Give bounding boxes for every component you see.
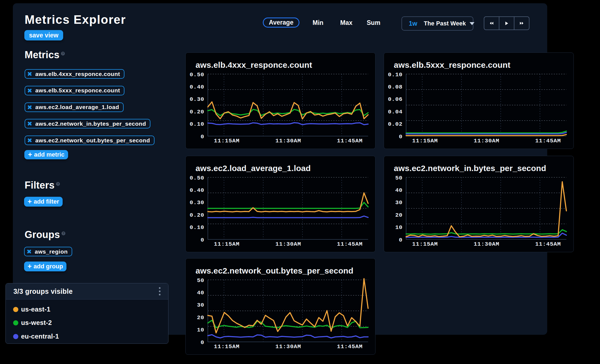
- svg-text:50: 50: [197, 277, 204, 284]
- svg-text:0: 0: [201, 339, 204, 346]
- svg-text:11:45AM: 11:45AM: [535, 138, 561, 144]
- svg-text:0: 0: [399, 237, 403, 243]
- svg-text:11:30AM: 11:30AM: [474, 138, 499, 144]
- svg-text:11:45AM: 11:45AM: [337, 241, 363, 247]
- svg-text:0: 0: [399, 134, 403, 140]
- svg-text:11:15AM: 11:15AM: [214, 241, 240, 247]
- svg-text:0: 0: [201, 237, 204, 243]
- svg-text:0.50: 0.50: [190, 72, 204, 78]
- svg-text:0.20: 0.20: [190, 212, 204, 218]
- svg-text:aws.elb.5xxx_responce.count: aws.elb.5xxx_responce.count: [394, 60, 510, 69]
- svg-text:10: 10: [197, 327, 204, 333]
- svg-text:11:30AM: 11:30AM: [474, 241, 499, 247]
- svg-text:11:15AM: 11:15AM: [412, 138, 438, 144]
- svg-text:40: 40: [395, 187, 403, 193]
- svg-text:0.02: 0.02: [388, 121, 403, 127]
- svg-text:40: 40: [197, 290, 204, 296]
- svg-text:10: 10: [395, 224, 403, 231]
- svg-text:0.10: 0.10: [190, 224, 204, 231]
- svg-text:11:15AM: 11:15AM: [214, 138, 240, 144]
- svg-text:11:45AM: 11:45AM: [535, 241, 561, 247]
- svg-text:11:15AM: 11:15AM: [412, 241, 438, 247]
- svg-text:0.10: 0.10: [190, 121, 204, 127]
- svg-text:aws.elb.4xxx_responce.count: aws.elb.4xxx_responce.count: [196, 60, 312, 69]
- svg-text:0.10: 0.10: [388, 72, 403, 78]
- svg-text:aws.ec2.load_average_1.load: aws.ec2.load_average_1.load: [196, 164, 311, 173]
- svg-text:20: 20: [197, 315, 204, 321]
- svg-text:aws.ec2.network_in.bytes_per_s: aws.ec2.network_in.bytes_per_second: [394, 164, 546, 173]
- svg-text:11:45AM: 11:45AM: [337, 344, 363, 350]
- svg-text:0.40: 0.40: [190, 84, 204, 90]
- svg-text:0.30: 0.30: [190, 199, 204, 206]
- svg-text:11:45AM: 11:45AM: [337, 138, 363, 144]
- svg-text:0.04: 0.04: [388, 109, 403, 115]
- svg-text:50: 50: [395, 175, 403, 181]
- svg-text:30: 30: [395, 199, 403, 206]
- svg-text:0.50: 0.50: [190, 175, 204, 181]
- svg-text:30: 30: [197, 302, 204, 308]
- svg-text:11:30AM: 11:30AM: [275, 138, 301, 144]
- svg-text:0.30: 0.30: [190, 96, 204, 102]
- svg-text:11:15AM: 11:15AM: [214, 344, 240, 350]
- svg-text:0.06: 0.06: [388, 96, 403, 102]
- svg-text:20: 20: [395, 212, 403, 218]
- svg-text:aws.ec2.network_out.bytes_per_: aws.ec2.network_out.bytes_per_second: [196, 266, 353, 275]
- svg-text:11:30AM: 11:30AM: [275, 241, 301, 247]
- svg-text:11:30AM: 11:30AM: [275, 344, 301, 350]
- svg-text:0.20: 0.20: [190, 109, 204, 115]
- svg-text:0.08: 0.08: [388, 84, 403, 90]
- svg-text:0: 0: [201, 134, 204, 140]
- svg-text:0.40: 0.40: [190, 187, 204, 193]
